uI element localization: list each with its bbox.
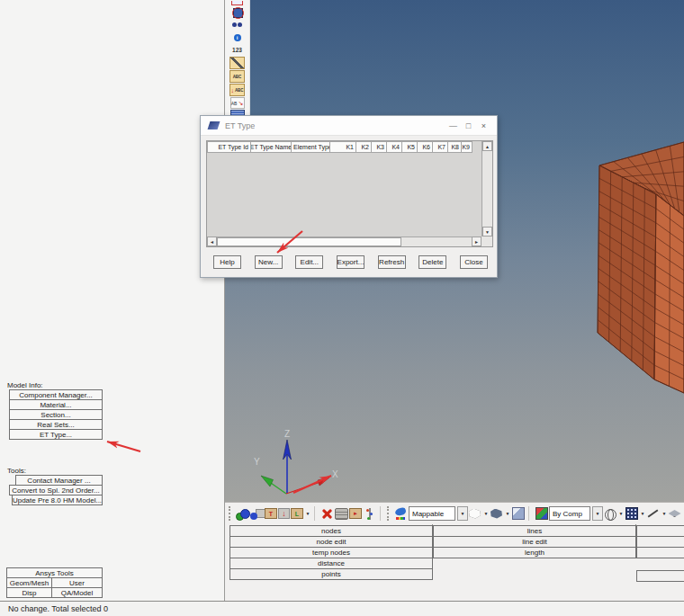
toolbar-grip[interactable] bbox=[387, 506, 392, 521]
mappable-value[interactable]: Mappable bbox=[409, 506, 455, 521]
lasso-outline-icon[interactable] bbox=[468, 506, 482, 522]
column-header-k3[interactable]: K3 bbox=[371, 141, 387, 153]
toolbar-separator bbox=[528, 506, 532, 521]
lasso-filled-icon[interactable] bbox=[490, 506, 503, 522]
mappable-caret-icon[interactable]: ▼ bbox=[457, 506, 468, 521]
measure-numbers-icon[interactable] bbox=[230, 57, 245, 69]
import-folder-icon[interactable]: T bbox=[265, 508, 277, 519]
wireframe-sphere-icon[interactable] bbox=[603, 506, 616, 522]
load-folder-icon[interactable]: L bbox=[291, 508, 303, 519]
panel-menu: nodesnode edittemp nodesdistancepoints l… bbox=[225, 524, 684, 601]
vector-points-icon[interactable] bbox=[363, 506, 376, 522]
column-header-element-type[interactable]: Element Type bbox=[291, 141, 330, 153]
element-cube-dots-icon[interactable] bbox=[625, 506, 638, 522]
scrollbar-thumb[interactable] bbox=[217, 237, 401, 246]
dialog-button-new[interactable]: New... bbox=[255, 255, 283, 269]
dropdown-caret-icon[interactable]: ▼ bbox=[304, 506, 311, 522]
toolbar-grip[interactable] bbox=[229, 506, 233, 521]
by-comp-value[interactable]: By Comp bbox=[549, 506, 590, 521]
column-header-et-type-id[interactable]: ET Type Id bbox=[207, 141, 251, 153]
assign-swap-icon[interactable]: AB bbox=[230, 97, 245, 109]
renumber-abc-icon[interactable]: ABC bbox=[230, 84, 245, 96]
flat-diamond-icon[interactable] bbox=[668, 506, 681, 522]
et-type-dialog[interactable]: ET Type — □ × ET Type IdET Type NameElem… bbox=[200, 115, 498, 278]
dropdown-caret-icon[interactable]: ▼ bbox=[617, 506, 625, 522]
toolbar-separator bbox=[380, 506, 383, 521]
dialog-button-close[interactable]: Close bbox=[460, 255, 488, 269]
dropdown-caret-icon[interactable]: ▼ bbox=[639, 506, 646, 522]
scroll-left-icon[interactable]: ◄ bbox=[207, 237, 217, 246]
label-abc-icon[interactable]: ABC bbox=[230, 70, 245, 83]
panel-menu-column-2: linesline editlength bbox=[433, 524, 636, 558]
scroll-down-icon[interactable]: ▼ bbox=[482, 227, 492, 237]
color-by-cube-icon[interactable] bbox=[535, 506, 548, 522]
column-header-k5[interactable]: K5 bbox=[401, 141, 418, 153]
folder-arrow-icon[interactable]: ► bbox=[349, 508, 362, 519]
tools-label: Tools: bbox=[7, 467, 26, 475]
column-header-k6[interactable]: K6 bbox=[417, 141, 433, 153]
dialog-buttons: HelpNew...Edit...Export...RefreshDeleteC… bbox=[213, 255, 488, 269]
tools-button-convert-to-spl-2nd-order[interactable]: Convert to Spl. 2nd Order... bbox=[9, 485, 103, 495]
dropdown-caret-icon[interactable]: ▼ bbox=[482, 506, 490, 522]
close-icon[interactable]: × bbox=[476, 121, 491, 130]
scrollbar-corner bbox=[482, 237, 492, 246]
tools-button-update-pre-8-0-hm-model[interactable]: Update Pre 8.0 HM Model... bbox=[12, 495, 103, 505]
entity-sphere-box-icon[interactable] bbox=[250, 506, 264, 522]
column-header-k7[interactable]: K7 bbox=[432, 141, 448, 153]
menu-button-length[interactable]: length bbox=[433, 547, 636, 558]
dialog-app-icon bbox=[208, 121, 220, 129]
binoculars-icon[interactable] bbox=[229, 19, 247, 31]
axis-label-x: X bbox=[332, 469, 338, 479]
dialog-button-refresh[interactable]: Refresh bbox=[378, 255, 406, 269]
vertical-scrollbar[interactable]: ▲ ▼ bbox=[482, 141, 492, 237]
maximize-icon[interactable]: □ bbox=[461, 121, 476, 130]
menu-button-points[interactable]: points bbox=[230, 568, 433, 580]
status-bar: No change. Total selected 0 bbox=[0, 601, 684, 616]
note-blocked-icon[interactable] bbox=[229, 6, 247, 18]
mappable-combobox[interactable]: Mappable ▼ bbox=[409, 506, 468, 522]
horizontal-scrollbar[interactable]: ◄ ► bbox=[207, 237, 482, 246]
line-icon[interactable] bbox=[646, 506, 660, 522]
organize-spheres-icon[interactable] bbox=[236, 506, 249, 522]
by-comp-caret-icon[interactable]: ▼ bbox=[592, 506, 603, 521]
column-header-k1[interactable]: K1 bbox=[329, 141, 356, 153]
menu-spacer bbox=[636, 558, 684, 569]
dialog-button-edit[interactable]: Edit... bbox=[295, 255, 323, 269]
dialog-button-help[interactable]: Help bbox=[213, 255, 241, 269]
by-comp-combobox[interactable]: By Comp ▼ bbox=[549, 506, 603, 522]
dialog-button-export[interactable]: Export... bbox=[337, 255, 364, 269]
et-type-table[interactable]: ET Type IdET Type NameElement TypeK1K2K3… bbox=[206, 140, 493, 247]
count-123-icon[interactable]: 123 bbox=[229, 44, 247, 56]
view-cube-icon[interactable] bbox=[511, 506, 525, 522]
ansys-button-qa-model[interactable]: QA/Model bbox=[51, 587, 103, 598]
dropdown-caret-icon[interactable]: ▼ bbox=[504, 506, 511, 522]
column-header-k4[interactable]: K4 bbox=[386, 141, 402, 153]
minimize-icon[interactable]: — bbox=[446, 121, 461, 130]
scroll-up-icon[interactable]: ▲ bbox=[482, 141, 492, 151]
delete-x-icon[interactable] bbox=[320, 506, 334, 522]
ansys-button-disp[interactable]: Disp bbox=[6, 587, 52, 598]
card-icon[interactable] bbox=[231, 1, 243, 5]
dialog-button-delete[interactable]: Delete bbox=[418, 255, 446, 269]
layers-stack-icon[interactable] bbox=[335, 506, 348, 522]
toolbar-separator bbox=[314, 506, 318, 521]
tools-button-contact-manager[interactable]: Contact Manager ... bbox=[15, 475, 103, 486]
scroll-right-icon[interactable]: ► bbox=[472, 237, 482, 246]
column-header-k9[interactable]: K9 bbox=[461, 141, 472, 153]
column-header-k8[interactable]: K8 bbox=[447, 141, 462, 153]
column-header-k2[interactable]: K2 bbox=[356, 141, 372, 153]
info-icon[interactable] bbox=[229, 31, 247, 43]
bottom-toolbar: T ↓ L ▼ ► Mappable ▼ ▼ ▼ By Comp bbox=[225, 502, 684, 524]
panel-menu-column-3 bbox=[636, 524, 684, 582]
graphics-region: ZYX 123 ABC ABC AB T ↓ L ▼ bbox=[225, 0, 684, 601]
dropdown-caret-icon[interactable]: ▼ bbox=[661, 506, 668, 522]
model-info-button-component-manager[interactable]: Component Manager... bbox=[9, 389, 103, 400]
export-box-icon[interactable]: ↓ bbox=[278, 508, 290, 519]
model-info-button-et-type[interactable]: ET Type... bbox=[9, 429, 103, 440]
column-header-et-type-name[interactable]: ET Type Name bbox=[250, 141, 292, 153]
axis-label-y: Y bbox=[254, 457, 260, 467]
status-text: No change. Total selected 0 bbox=[8, 604, 108, 613]
mask-blob-icon[interactable] bbox=[394, 506, 408, 522]
dialog-titlebar[interactable]: ET Type — □ × bbox=[201, 116, 497, 136]
clipped-menu-button[interactable] bbox=[636, 570, 684, 582]
